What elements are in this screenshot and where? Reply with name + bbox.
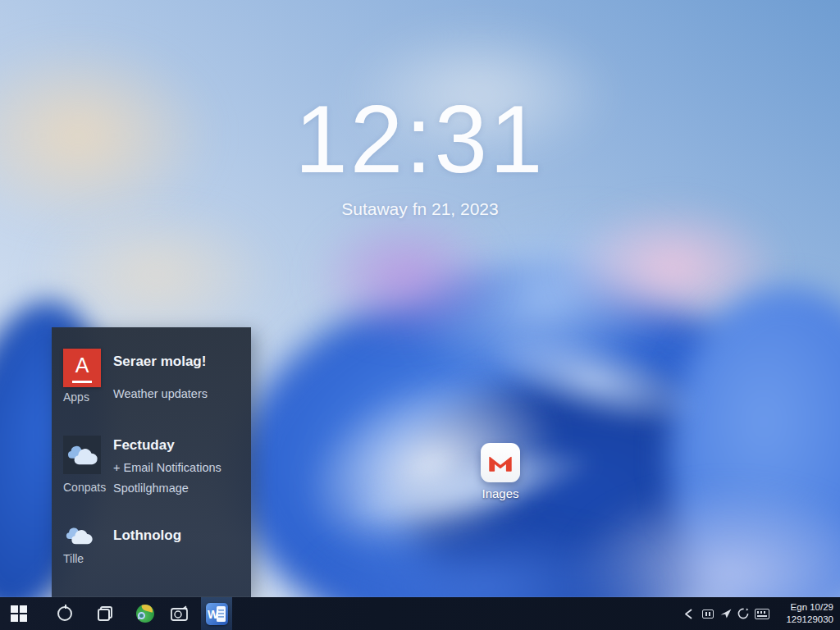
panel-item-line: Weather updaters: [113, 387, 208, 400]
language-indicator-button[interactable]: [699, 597, 717, 630]
gmail-m-glyph: [487, 453, 514, 473]
notification-panel: A Apps Seraer molag! Weather updaters Co…: [52, 327, 251, 597]
file-explorer-button[interactable]: [164, 597, 195, 630]
taskbar-clock[interactable]: Egn 10/29 129129030: [763, 601, 833, 626]
panel-item-line: + Email Notifications: [113, 461, 221, 474]
hidden-icons-button[interactable]: [679, 597, 697, 630]
windows-start-icon: [11, 605, 27, 622]
tile-underline: [72, 381, 92, 383]
gmail-shortcut-label: Inages: [463, 486, 537, 500]
file-explorer-icon: [169, 604, 190, 623]
panel-item-title: Lothnolog: [113, 527, 181, 544]
cloud-front-shape: [72, 447, 98, 467]
gmail-shortcut[interactable]: Inages: [463, 443, 537, 500]
tray-clock-line2: 129129030: [763, 614, 833, 626]
cloud-glyph: [66, 444, 98, 467]
sync-button[interactable]: [734, 597, 752, 630]
svg-text:W: W: [208, 608, 219, 621]
panel-item-title: Seraer molag!: [113, 354, 206, 370]
language-indicator-icon: [702, 609, 714, 619]
tile-letter: A: [75, 355, 89, 376]
cloud-glyph: [65, 526, 93, 546]
cloud-icon[interactable]: [63, 436, 101, 474]
browser-button[interactable]: [130, 597, 161, 630]
panel-item-title: Fectuday: [113, 437, 175, 454]
start-button[interactable]: [3, 597, 34, 630]
clock-ring-icon: [57, 606, 72, 621]
word-button[interactable]: W: [201, 597, 232, 630]
hidden-icons-chevron-icon: [683, 609, 694, 619]
wallpaper-blob: [312, 212, 500, 343]
task-view-button[interactable]: [89, 597, 121, 630]
panel-item-caption: Conpats: [63, 481, 106, 494]
gmail-icon[interactable]: [481, 443, 520, 482]
lock-screen-time: 12:31: [0, 92, 840, 187]
word-glyph: W: [207, 605, 227, 623]
taskbar: W Egn 10/29: [0, 597, 840, 630]
lock-screen-date: Sutaway fn 21, 2023: [0, 199, 840, 219]
task-view-icon: [96, 605, 114, 623]
share-button[interactable]: [717, 597, 735, 630]
panel-item-caption: Apps: [63, 390, 89, 404]
red-a-tile-icon[interactable]: A: [63, 349, 101, 387]
word-document-icon: W: [206, 603, 228, 625]
panel-item-line: Spotlilghmage: [113, 482, 189, 495]
paper-plane-icon: [719, 607, 733, 620]
browser-search-icon: [136, 605, 154, 623]
clock-ring-button[interactable]: [49, 597, 80, 630]
cloud-front-shape: [70, 528, 93, 546]
sync-icon: [737, 607, 750, 620]
cloud-icon[interactable]: [64, 525, 94, 547]
tray-clock-line1: Egn 10/29: [763, 601, 833, 614]
panel-item-caption: Tille: [63, 552, 84, 565]
desktop-screen: 12:31 Sutaway fn 21, 2023 Inages A Apps …: [0, 0, 840, 630]
